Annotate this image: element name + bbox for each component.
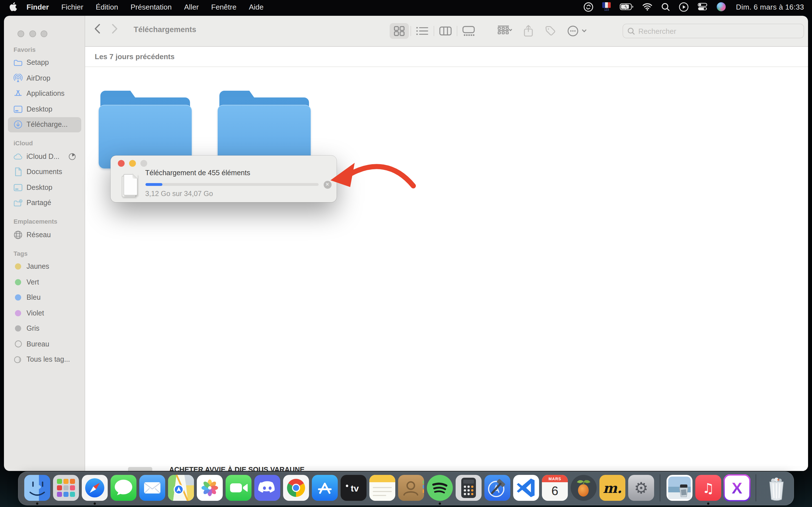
sidebar-item-bureau[interactable]: Bureau xyxy=(8,336,81,352)
sidebar-item-desktop[interactable]: Desktop xyxy=(8,101,81,117)
spotlight-search-icon[interactable] xyxy=(657,0,674,13)
menu-item-aide[interactable]: Aide xyxy=(243,3,270,11)
battery-charging-icon[interactable] xyxy=(615,0,638,13)
dock-icon-vscode[interactable] xyxy=(512,474,539,505)
svg-text:6: 6 xyxy=(551,484,558,498)
sidebar-item-re-seau[interactable]: Réseau xyxy=(8,227,81,242)
dock-icon-spotify[interactable] xyxy=(426,474,453,505)
dock-icon-photos[interactable] xyxy=(196,474,223,505)
icon-view-button[interactable] xyxy=(390,23,409,39)
sidebar-item-documents[interactable]: Documents xyxy=(8,164,81,180)
dot-icon xyxy=(13,309,22,318)
siri-icon[interactable] xyxy=(712,0,730,13)
sidebar-item-violet[interactable]: Violet xyxy=(8,305,81,321)
sidebar-item-icloud-d[interactable]: iCloud D... xyxy=(8,149,81,164)
dock-icon-calculator[interactable] xyxy=(455,474,482,505)
dot-icon xyxy=(13,262,22,271)
shazam-icon[interactable] xyxy=(579,0,598,13)
dock-icon-launchpad[interactable] xyxy=(52,474,79,505)
minimize-window-button[interactable] xyxy=(29,30,36,37)
cloud-icon xyxy=(13,152,22,161)
menu-item-aller[interactable]: Aller xyxy=(178,3,205,11)
menu-item-pre-sentation[interactable]: Présentation xyxy=(124,3,178,11)
clipped-bottom-row: ACHETER AVVIE À DIE SOUS VARAUNE xyxy=(85,466,808,471)
appstore-icon xyxy=(13,89,22,98)
dock-icon-appletv[interactable]: tv xyxy=(340,474,367,505)
dock-icon-onyx[interactable]: X xyxy=(723,474,750,505)
sidebar-item-label: Applications xyxy=(27,90,64,98)
dock-icon-messages[interactable] xyxy=(110,474,137,505)
menu-item-fene-tre[interactable]: Fenêtre xyxy=(205,3,243,11)
window-traffic-lights xyxy=(17,30,47,37)
tag-button[interactable] xyxy=(542,23,559,39)
dock-icon-trash[interactable] xyxy=(762,474,789,505)
forward-button[interactable] xyxy=(112,23,118,34)
circle-icon xyxy=(13,340,22,349)
menu-item-fichier[interactable]: Fichier xyxy=(55,3,89,11)
keyboard-flag-fr-icon[interactable]: 123 xyxy=(598,0,615,13)
group-by-button[interactable] xyxy=(495,23,515,39)
sidebar-sections: FavorisSetappAirDropApplicationsDesktopT… xyxy=(4,46,85,367)
dock-icon-appstore[interactable] xyxy=(311,474,338,505)
sidebar-item-gris[interactable]: Gris xyxy=(8,321,81,336)
search-input[interactable]: Rechercher xyxy=(622,24,804,38)
zoom-window-button[interactable] xyxy=(41,30,47,37)
dock-icon-maps[interactable] xyxy=(167,474,194,505)
sidebar-item-label: Violet xyxy=(27,309,44,317)
apple-menu-icon[interactable] xyxy=(9,2,17,11)
sidebar-section-icloud: iCloud xyxy=(4,140,85,149)
dock-icon-mapp[interactable]: m. xyxy=(599,474,626,505)
dock-icon-facetime[interactable] xyxy=(225,474,252,505)
gallery-view-button[interactable] xyxy=(459,23,478,39)
desktop-icon xyxy=(13,105,22,114)
sidebar-item-jaunes[interactable]: Jaunes xyxy=(8,259,81,274)
dock-icon-mail[interactable] xyxy=(139,474,165,505)
dock-icon-discord[interactable] xyxy=(253,474,281,505)
sidebar-item-label: AirDrop xyxy=(27,74,50,82)
menu-item-e-dition[interactable]: Édition xyxy=(90,3,124,11)
list-view-button[interactable] xyxy=(413,23,432,39)
sidebar-item-setapp[interactable]: Setapp xyxy=(8,55,81,70)
dock-icon-xcode[interactable] xyxy=(484,474,511,505)
dock-icon-finder[interactable] xyxy=(23,474,50,505)
search-icon xyxy=(627,27,635,35)
dock-icon-stack[interactable] xyxy=(666,474,693,505)
svg-text:X: X xyxy=(731,479,742,497)
play-circle-icon[interactable] xyxy=(674,0,693,13)
sidebar-item-vert[interactable]: Vert xyxy=(8,274,81,290)
close-window-button[interactable] xyxy=(17,30,24,37)
close-window-button[interactable] xyxy=(117,160,124,167)
dock-icon-music[interactable]: ♫ xyxy=(695,474,721,505)
dock-icon-flstudio[interactable] xyxy=(570,474,597,505)
dock-icon-settings[interactable]: ⚙ xyxy=(627,474,654,505)
control-center-icon[interactable] xyxy=(693,0,712,13)
column-view-button[interactable] xyxy=(436,23,455,39)
download-title: Téléchargement de 455 éléments xyxy=(145,169,250,177)
sidebar-item-te-le-charge[interactable]: Télécharge... xyxy=(8,117,81,132)
sidebar-item-partage[interactable]: Partagé xyxy=(8,195,81,211)
sidebar-item-applications[interactable]: Applications xyxy=(8,86,81,101)
download-progress-window: Téléchargement de 455 éléments ✕ 3,12 Go… xyxy=(110,155,337,202)
sidebar-item-desktop[interactable]: Desktop xyxy=(8,180,81,195)
zoom-window-button[interactable] xyxy=(140,160,147,167)
minimize-window-button[interactable] xyxy=(129,160,136,167)
more-actions-button[interactable] xyxy=(564,23,592,39)
sidebar-item-label: Bureau xyxy=(27,340,49,348)
menu-item-finder[interactable]: Finder xyxy=(20,3,55,11)
menu-clock[interactable]: Dim. 6 mars à 16:33 xyxy=(730,3,804,11)
sidebar-item-bleu[interactable]: Bleu xyxy=(8,290,81,305)
dock-icon-calendar[interactable]: MARS6 xyxy=(541,474,568,505)
dock-icon-safari[interactable] xyxy=(81,474,108,505)
icloud-sync-progress-icon xyxy=(69,153,75,160)
share-button[interactable] xyxy=(520,23,536,39)
dock-icon-chrome[interactable] xyxy=(282,474,309,505)
dock-icon-notes[interactable] xyxy=(368,474,396,505)
sidebar-item-airdrop[interactable]: AirDrop xyxy=(8,70,81,86)
wifi-icon[interactable] xyxy=(638,0,657,13)
window-title: Téléchargements xyxy=(134,25,196,34)
dock-icon-contacts[interactable] xyxy=(397,474,424,505)
sidebar-item-tous-les-tag[interactable]: Tous les tag... xyxy=(8,352,81,367)
sidebar-section-emplacements: Emplacements xyxy=(4,218,85,227)
dot-icon xyxy=(13,324,22,333)
back-button[interactable] xyxy=(94,23,100,34)
